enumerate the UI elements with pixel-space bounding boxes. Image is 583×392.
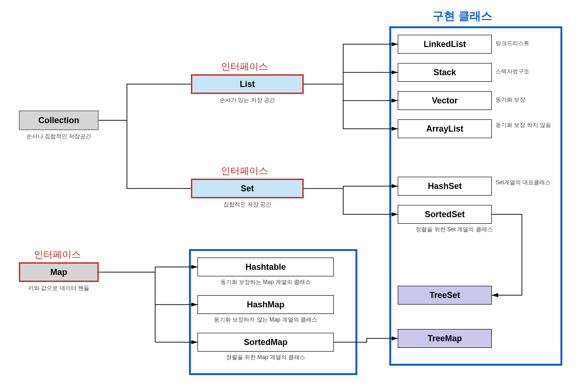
node-list: List xyxy=(191,74,304,94)
caption-collection: 순서나 집합적인 저장공간 xyxy=(19,133,99,141)
note-stack: 스택자료구조 xyxy=(496,68,552,76)
caption-map: 키와 값으로 데이터 핸들 xyxy=(19,284,99,292)
node-treeset: TreeSet xyxy=(398,286,492,305)
node-sortedset: SortedSet xyxy=(398,205,492,224)
node-arraylist: ArrayList xyxy=(398,119,492,138)
note-sortedset: 정렬을 위한 Set 계열의 클래스 xyxy=(398,226,511,234)
node-hashtable: Hashtable xyxy=(197,258,334,276)
note-hashset: Set계열의 대표클래스 xyxy=(496,179,552,187)
node-vector: Vector xyxy=(398,91,492,110)
label-interface-map: 인터페이스 xyxy=(34,248,81,261)
caption-list: 순서가 있는 저장 공간 xyxy=(191,96,304,104)
node-stack: Stack xyxy=(398,63,492,82)
node-treemap: TreeMap xyxy=(398,329,492,348)
node-hashmap: HashMap xyxy=(197,295,334,314)
label-interface-list: 인터페이스 xyxy=(221,60,268,73)
caption-set: 집합적인 저장 공간 xyxy=(191,201,304,209)
note-arraylist: 동기화 보장 하지 않음 xyxy=(496,121,552,129)
node-map: Map xyxy=(19,262,99,282)
label-interface-set: 인터페이스 xyxy=(221,165,268,177)
node-set: Set xyxy=(191,179,304,198)
note-hashtable: 동기화 보장하는 Map 계열의 클래스 xyxy=(197,278,334,286)
note-sortedmap: 정렬을 위한 Map 계열의 클래스 xyxy=(197,353,334,361)
node-linkedlist: LinkedList xyxy=(398,35,492,54)
note-linkedlist: 링크드리스트 xyxy=(496,39,552,47)
label-implementation-class: 구현 클래스 xyxy=(433,8,492,24)
node-sortedmap: SortedMap xyxy=(197,333,334,352)
note-hashmap: 동기화 보장하지 않는 Map 계열의 클래스 xyxy=(197,316,334,324)
node-hashset: HashSet xyxy=(398,177,492,196)
node-collection: Collection xyxy=(19,110,99,130)
note-vector: 동기화 보장 xyxy=(496,96,552,104)
